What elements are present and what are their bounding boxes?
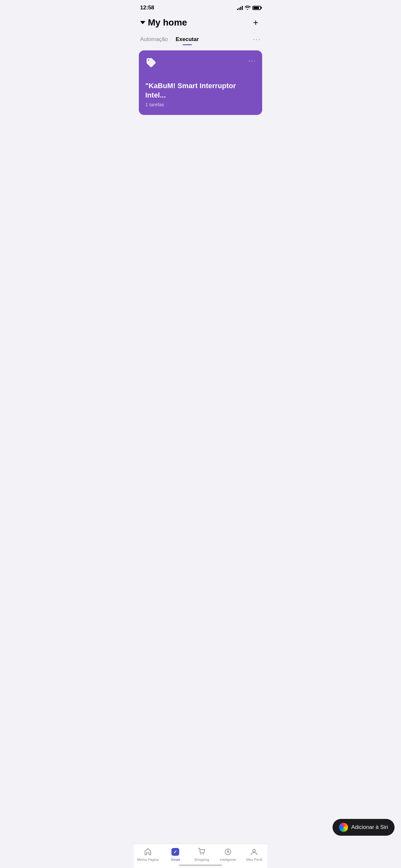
header-left[interactable]: My home <box>140 18 187 28</box>
card-top: ··· <box>145 57 256 68</box>
home-title[interactable]: My home <box>148 18 187 28</box>
status-bar: 12:58 <box>134 0 267 14</box>
main-content: ··· "KaBuM! Smart Interruptor Intel... 1… <box>134 51 267 115</box>
header: My home + <box>134 14 267 34</box>
card-subtitle: 1 tarefas <box>145 102 256 107</box>
card-more-button[interactable]: ··· <box>248 57 256 64</box>
status-time: 12:58 <box>140 4 154 11</box>
scene-card[interactable]: ··· "KaBuM! Smart Interruptor Intel... 1… <box>139 51 262 115</box>
tag-icon <box>145 57 157 68</box>
status-icons <box>237 5 261 10</box>
tabs-bar: Automação Executar ··· <box>134 34 267 45</box>
tab-executar[interactable]: Executar <box>176 34 199 45</box>
tabs-more-button[interactable]: ··· <box>253 36 261 43</box>
signal-icon <box>237 5 243 10</box>
add-button[interactable]: + <box>251 17 261 28</box>
card-title: "KaBuM! Smart Interruptor Intel... <box>145 82 256 100</box>
battery-icon <box>252 6 261 10</box>
chevron-down-icon[interactable] <box>140 21 145 24</box>
tab-automacao[interactable]: Automação <box>140 34 168 45</box>
wifi-icon <box>245 5 251 10</box>
